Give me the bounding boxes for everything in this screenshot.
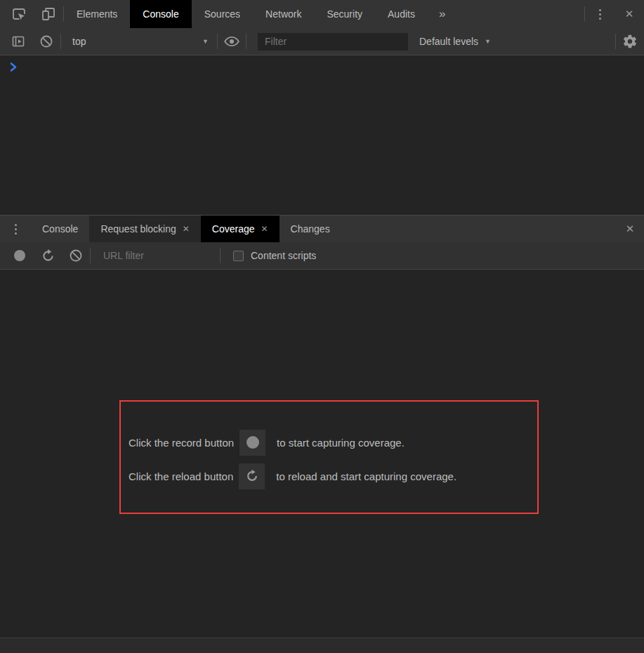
content-scripts-label: Content scripts	[251, 250, 316, 261]
drawer-tab-request-blocking[interactable]: Request blocking ✕	[89, 216, 200, 242]
close-tab-icon[interactable]: ✕	[183, 224, 190, 234]
record-button-illustration	[239, 430, 265, 456]
tab-label: Request blocking	[100, 223, 176, 235]
record-icon	[14, 250, 25, 261]
tab-label: Network	[265, 8, 301, 20]
drawer-tabbar: Console Request blocking ✕ Coverage ✕ Ch…	[0, 215, 644, 242]
close-drawer-button[interactable]: ✕	[616, 216, 644, 242]
dropdown-arrow-icon: ▼	[202, 38, 209, 45]
reload-icon	[245, 469, 259, 483]
reload-button-illustration	[239, 463, 265, 489]
url-filter-input[interactable]	[96, 250, 220, 261]
tab-console[interactable]: Console	[130, 0, 191, 28]
main-tabbar: Elements Console Sources Network Securit…	[0, 0, 644, 28]
tab-label: Console	[42, 223, 78, 235]
kebab-menu-icon	[15, 223, 17, 235]
tab-label: Changes	[291, 223, 330, 235]
inspect-button[interactable]	[4, 0, 34, 28]
instruction-text: to reload and start capturing coverage.	[276, 470, 456, 482]
console-toolbar: top ▼ Default levels ▼	[0, 28, 644, 55]
divider	[90, 248, 91, 263]
dropdown-arrow-icon: ▼	[485, 38, 491, 45]
clear-console-button[interactable]	[32, 28, 60, 55]
reload-icon	[41, 249, 55, 263]
divider	[220, 248, 221, 263]
clear-console-icon	[39, 34, 54, 49]
main-menu-button[interactable]	[585, 0, 615, 28]
bottom-strip	[0, 638, 644, 653]
drawer-tab-coverage[interactable]: Coverage ✕	[201, 216, 280, 242]
drawer-menu-button[interactable]	[0, 216, 31, 242]
console-sidebar-button[interactable]	[4, 28, 32, 55]
instruction-text: Click the record button	[129, 437, 234, 449]
instruction-text: to start capturing coverage.	[277, 437, 405, 449]
eye-icon	[223, 33, 240, 50]
record-icon	[247, 436, 259, 449]
tab-elements[interactable]: Elements	[64, 0, 130, 28]
console-settings-button[interactable]	[616, 28, 644, 55]
reload-and-capture-button[interactable]	[34, 242, 62, 269]
tab-label: Coverage	[212, 223, 255, 235]
tab-label: Sources	[204, 8, 240, 20]
divider	[246, 34, 247, 49]
prompt-chevron-icon	[9, 62, 18, 72]
record-instruction-line: Click the record button to start capturi…	[129, 430, 537, 456]
coverage-panel: Click the record button to start capturi…	[0, 270, 644, 638]
tab-label: Console	[143, 8, 178, 20]
log-levels-dropdown[interactable]: Default levels ▼	[408, 28, 502, 55]
tab-sources[interactable]: Sources	[192, 0, 253, 28]
gear-icon	[622, 34, 638, 49]
tab-audits[interactable]: Audits	[375, 0, 428, 28]
close-icon: ✕	[625, 8, 634, 20]
close-tab-icon[interactable]: ✕	[261, 224, 268, 234]
drawer-tab-console[interactable]: Console	[31, 216, 89, 242]
tab-label: Security	[327, 8, 362, 20]
close-devtools-button[interactable]: ✕	[615, 0, 644, 28]
levels-value: Default levels	[419, 36, 478, 47]
device-toolbar-button[interactable]	[34, 0, 63, 28]
tab-label: Elements	[77, 8, 117, 20]
highlight-box: Click the record button to start capturi…	[119, 400, 539, 514]
console-messages-area[interactable]	[0, 55, 644, 215]
tab-network[interactable]: Network	[253, 0, 314, 28]
tab-label: Audits	[388, 8, 415, 20]
close-icon: ✕	[626, 223, 635, 235]
content-scripts-checkbox[interactable]	[233, 251, 244, 261]
drawer-tab-changes[interactable]: Changes	[280, 216, 341, 242]
device-toolbar-icon	[40, 6, 57, 22]
context-value: top	[72, 36, 86, 47]
instruction-text: Click the reload button	[129, 470, 233, 482]
block-icon	[68, 248, 84, 263]
start-coverage-record-button[interactable]	[6, 242, 34, 269]
tab-security[interactable]: Security	[314, 0, 375, 28]
kebab-menu-icon	[599, 8, 601, 20]
console-filter-input[interactable]	[258, 33, 408, 51]
more-tabs-icon[interactable]: »	[428, 7, 456, 21]
reload-instruction-line: Click the reload button to reload and st…	[129, 463, 537, 489]
clear-coverage-button[interactable]	[62, 242, 90, 269]
coverage-toolbar: Content scripts	[0, 242, 644, 270]
live-expression-button[interactable]	[218, 28, 246, 55]
console-sidebar-icon	[10, 33, 27, 50]
execution-context-selector[interactable]: top ▼	[61, 28, 217, 55]
inspect-icon	[11, 6, 27, 22]
